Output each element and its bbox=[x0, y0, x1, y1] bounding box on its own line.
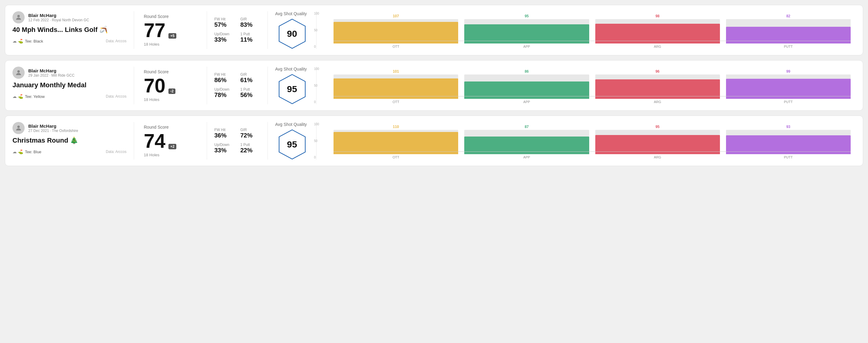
card-footer: ☁ ⛳ Tee: Blue Data: Arccos bbox=[12, 149, 126, 154]
oneputt-label: 1 Putt bbox=[241, 143, 260, 147]
stat-fw-hit: FW Hit 57% bbox=[214, 17, 235, 28]
bar-label: ARG bbox=[654, 45, 661, 48]
bar-group-ott: 101 OTT bbox=[334, 69, 458, 104]
bar-group-ott: 107 OTT bbox=[334, 14, 458, 48]
bar-label: PUTT bbox=[784, 45, 793, 48]
updown-value: 33% bbox=[214, 147, 235, 154]
weather-icon: ☁ ⛳ bbox=[12, 94, 23, 99]
hexagon: 95 bbox=[278, 74, 306, 104]
updown-value: 33% bbox=[214, 36, 235, 43]
bar-value: 107 bbox=[393, 14, 399, 18]
oneputt-label: 1 Putt bbox=[241, 32, 260, 36]
tee-label: Tee: Black bbox=[25, 39, 43, 43]
user-row: Blair McHarg 12 Feb 2022 · Royal North D… bbox=[12, 11, 126, 23]
gir-value: 72% bbox=[241, 132, 260, 139]
fw-hit-label: FW Hit bbox=[214, 72, 235, 76]
avatar bbox=[12, 11, 25, 23]
svg-point-2 bbox=[17, 70, 20, 73]
data-source: Data: Arccos bbox=[106, 150, 126, 154]
stat-updown: Up/Down 33% bbox=[214, 143, 235, 154]
stat-fw-hit: FW Hit 36% bbox=[214, 128, 235, 139]
holes-label: 18 Holes bbox=[144, 153, 197, 157]
quality-label: Avg Shot Quality bbox=[275, 11, 307, 16]
data-source: Data: Arccos bbox=[106, 94, 126, 98]
svg-point-4 bbox=[17, 126, 20, 128]
score-row: 77 +5 bbox=[144, 21, 197, 40]
bar-group-putt: 82 PUTT bbox=[726, 14, 851, 48]
tee-info: ☁ ⛳ Tee: Black bbox=[12, 39, 43, 43]
fw-hit-label: FW Hit bbox=[214, 128, 235, 132]
gir-value: 83% bbox=[241, 21, 260, 28]
quality-label: Avg Shot Quality bbox=[275, 122, 307, 127]
user-info: Blair McHarg 12 Feb 2022 · Royal North D… bbox=[28, 13, 89, 22]
updown-label: Up/Down bbox=[214, 87, 235, 92]
round-score-label: Round Score bbox=[144, 125, 197, 129]
stat-oneputt: 1 Putt 11% bbox=[241, 32, 260, 43]
card-left-3: Blair McHarg 27 Dec 2021 · The Oxfordshi… bbox=[12, 122, 134, 160]
user-row: Blair McHarg 29 Jan 2022 · Mill Ride GCC bbox=[12, 67, 126, 79]
user-name: Blair McHarg bbox=[28, 13, 89, 18]
stat-updown: Up/Down 78% bbox=[214, 87, 235, 98]
card-quality-1: Avg Shot Quality 90 bbox=[268, 11, 316, 49]
user-info: Blair McHarg 27 Dec 2021 · The Oxfordshi… bbox=[28, 123, 78, 133]
tee-label: Tee: Yellow bbox=[25, 94, 45, 99]
svg-point-0 bbox=[17, 15, 20, 17]
bar-label: ARG bbox=[654, 155, 661, 159]
bar-value: 93 bbox=[786, 125, 790, 129]
card-footer: ☁ ⛳ Tee: Yellow Data: Arccos bbox=[12, 94, 126, 99]
round-title: 40 Mph Winds... Links Golf 🪃 bbox=[12, 26, 126, 34]
quality-score: 95 bbox=[287, 84, 297, 94]
bar-label: PUTT bbox=[784, 155, 793, 159]
card-chart-3: 100 50 0 110 OTT 87 APP bbox=[316, 122, 856, 160]
user-meta: 27 Dec 2021 · The Oxfordshire bbox=[28, 129, 78, 133]
bar-value: 101 bbox=[393, 69, 399, 73]
data-source: Data: Arccos bbox=[106, 39, 126, 43]
bar-value: 82 bbox=[786, 14, 790, 18]
bar-label: APP bbox=[523, 100, 530, 104]
fw-hit-value: 36% bbox=[214, 132, 235, 139]
bar-label: PUTT bbox=[784, 100, 793, 104]
bar-group-ott: 110 OTT bbox=[334, 125, 458, 159]
gir-label: GIR bbox=[241, 128, 260, 132]
tee-label: Tee: Blue bbox=[25, 150, 41, 154]
bar-value: 87 bbox=[525, 125, 529, 129]
bar-group-app: 95 APP bbox=[464, 14, 589, 48]
stat-gir: GIR 72% bbox=[241, 128, 260, 139]
score-diff: -2 bbox=[168, 89, 176, 94]
bar-fill bbox=[334, 132, 458, 154]
card-stats-3: FW Hit 36% GIR 72% Up/Down 33% 1 Putt 22… bbox=[207, 122, 268, 160]
round-title: Christmas Round 🎄 bbox=[12, 136, 126, 145]
gir-label: GIR bbox=[241, 17, 260, 21]
score-row: 70 -2 bbox=[144, 76, 197, 95]
card-stats-1: FW Hit 57% GIR 83% Up/Down 33% 1 Putt 11… bbox=[207, 11, 268, 49]
bar-label: APP bbox=[523, 155, 530, 159]
hexagon: 95 bbox=[278, 129, 306, 160]
bar-value: 95 bbox=[655, 125, 659, 129]
oneputt-value: 11% bbox=[241, 36, 260, 43]
bar-label: APP bbox=[523, 45, 530, 48]
bar-fill bbox=[334, 79, 458, 99]
stat-gir: GIR 61% bbox=[241, 72, 260, 84]
oneputt-value: 56% bbox=[241, 92, 260, 98]
bar-label: OTT bbox=[393, 155, 399, 159]
bar-value: 95 bbox=[525, 14, 529, 18]
fw-hit-value: 86% bbox=[214, 76, 235, 84]
weather-icon: ☁ ⛳ bbox=[12, 149, 23, 154]
fw-hit-label: FW Hit bbox=[214, 17, 235, 21]
avatar bbox=[12, 122, 25, 134]
card-chart-2: 100 50 0 101 OTT 86 APP bbox=[316, 67, 856, 104]
card-middle-3: Round Score 74 +2 18 Holes bbox=[134, 122, 207, 160]
card-stats-2: FW Hit 86% GIR 61% Up/Down 78% 1 Putt 56… bbox=[207, 67, 268, 104]
gir-value: 61% bbox=[241, 76, 260, 84]
score-diff: +2 bbox=[168, 144, 176, 149]
bar-group-arg: 98 ARG bbox=[595, 14, 720, 48]
gir-label: GIR bbox=[241, 72, 260, 76]
updown-value: 78% bbox=[214, 92, 235, 98]
stats-grid: FW Hit 57% GIR 83% Up/Down 33% 1 Putt 11… bbox=[214, 17, 260, 43]
user-meta: 29 Jan 2022 · Mill Ride GCC bbox=[28, 73, 74, 77]
bar-group-app: 87 APP bbox=[464, 125, 589, 159]
updown-label: Up/Down bbox=[214, 32, 235, 36]
card-quality-3: Avg Shot Quality 95 bbox=[268, 122, 316, 160]
updown-label: Up/Down bbox=[214, 143, 235, 147]
fw-hit-value: 57% bbox=[214, 21, 235, 28]
